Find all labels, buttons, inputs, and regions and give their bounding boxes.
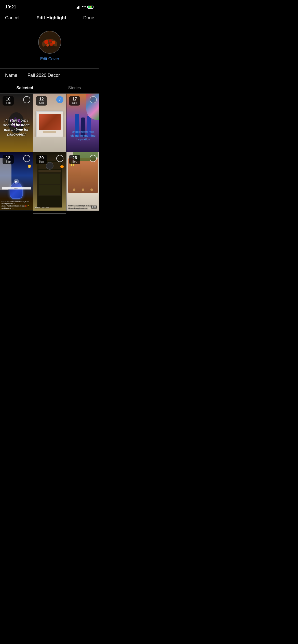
cover-image[interactable] — [38, 31, 61, 54]
name-value[interactable]: Fall 2020 Decor — [28, 73, 60, 78]
story-item-4[interactable]: witch thenatureofawitch Mabon begin on o… — [0, 152, 33, 211]
status-icons: ⚡ — [76, 5, 94, 9]
check-icon: ✓ — [58, 98, 61, 102]
done-button[interactable]: Done — [83, 15, 94, 21]
date-badge-2: 12 Sep — [36, 96, 47, 106]
duration-badge: 1:06 — [91, 206, 97, 209]
page-title: Edit Highlight — [36, 15, 66, 21]
video-play-icon: ▶ — [14, 179, 19, 184]
story-4-caption: thenatureofawitch Mabon begin on on Sept… — [2, 200, 31, 209]
select-circle-3[interactable] — [90, 96, 97, 103]
cover-thumbnail — [39, 31, 61, 53]
date-badge-1: 10 Sep — [3, 96, 14, 106]
wifi-icon — [82, 5, 86, 9]
cover-section: Edit Cover — [0, 25, 99, 68]
select-circle-6[interactable] — [90, 155, 97, 162]
svg-point-8 — [50, 43, 53, 46]
status-bar: 10:21 ⚡ — [0, 0, 99, 13]
date-badge-4: 18 Sep — [3, 155, 14, 164]
select-circle-1[interactable] — [23, 96, 30, 103]
name-label: Name — [5, 73, 17, 78]
name-row[interactable]: Name Fall 2020 Decor — [0, 69, 99, 82]
story-item-1[interactable]: if i start now, i should be done just in… — [0, 94, 33, 152]
status-time: 10:21 — [5, 5, 16, 10]
story-1-text: if i start now, i should be done just in… — [3, 118, 30, 137]
photo-grid: if i start now, i should be done just in… — [0, 94, 99, 211]
story-item-5[interactable]: 🍊 20 Sep @livecomposed — [33, 152, 66, 211]
date-badge-5: 20 Sep — [36, 155, 47, 164]
tabs-bar: Selected Stories — [0, 82, 99, 94]
story-item-3[interactable]: @foodnetworkcagiving me morninginspirati… — [66, 94, 99, 152]
story-item-6[interactable]: First Fall tablescape of 2020blessedcraz… — [66, 152, 99, 211]
select-circle-5[interactable] — [56, 155, 63, 162]
story-3-overlay: @foodnetworkcagiving me morninginspirati… — [69, 130, 97, 142]
home-indicator-area — [0, 211, 99, 217]
svg-point-3 — [44, 40, 48, 44]
svg-point-7 — [46, 44, 49, 47]
date-badge-3: 17 Sep — [69, 96, 80, 106]
cancel-button[interactable]: Cancel — [5, 15, 19, 21]
select-circle-4[interactable] — [23, 155, 30, 162]
nav-bar: Cancel Edit Highlight Done — [0, 13, 99, 25]
battery-icon: ⚡ — [87, 6, 94, 9]
svg-point-4 — [49, 39, 52, 42]
tab-stories[interactable]: Stories — [50, 82, 99, 93]
signal-icon — [76, 6, 80, 9]
story-5-caption: @livecomposed — [35, 206, 65, 209]
svg-point-0 — [84, 8, 84, 8]
emoji-badge-4: 🤭 — [28, 165, 31, 168]
edit-cover-button[interactable]: Edit Cover — [40, 57, 59, 61]
svg-point-6 — [43, 45, 56, 49]
story-item-2[interactable]: 12 Sep ✓ — [33, 94, 66, 152]
date-badge-6: 26 Sep — [69, 155, 80, 164]
home-bar — [33, 213, 66, 214]
tab-selected[interactable]: Selected — [0, 82, 50, 93]
